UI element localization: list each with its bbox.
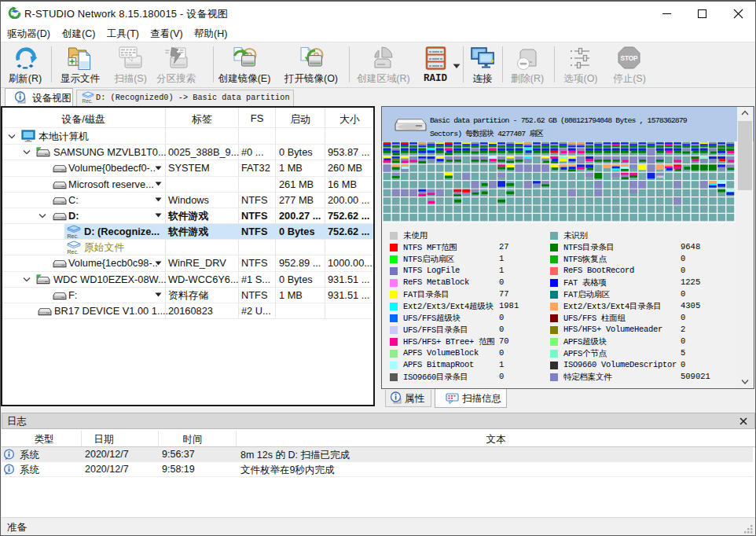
- svg-text:Rec.: Rec.: [68, 248, 79, 254]
- svg-text:STOP: STOP: [620, 55, 638, 62]
- svg-text:Rec.: Rec.: [68, 233, 79, 238]
- svg-text:Rec.: Rec.: [83, 98, 94, 104]
